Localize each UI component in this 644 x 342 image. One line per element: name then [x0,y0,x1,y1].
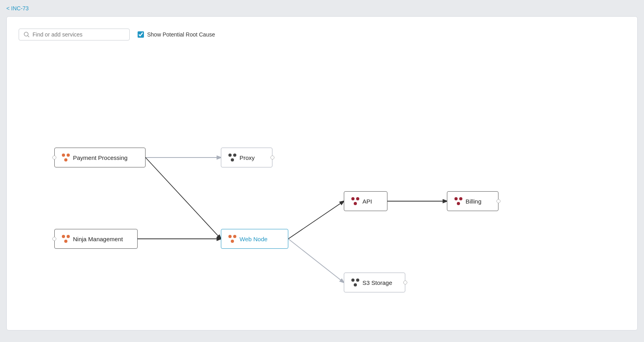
diagram-svg [19,56,625,314]
node-payment-processing[interactable]: Payment Processing [54,148,146,167]
search-box[interactable] [19,29,130,40]
service-icon [351,197,359,205]
connection-payment-processing-to-web-node [146,158,221,239]
search-icon [24,32,29,37]
node-label: API [362,198,372,205]
checkbox-group: Show Potential Root Cause [138,31,215,38]
back-link[interactable]: < INC-73 [6,5,29,12]
node-label: Billing [466,198,481,205]
node-proxy[interactable]: Proxy [221,148,272,167]
connector-dot-right [403,281,407,284]
main-panel: Show Potential Root Cause Payment Proces… [6,16,638,330]
connector-dot-right [496,199,500,203]
service-icon [62,235,70,243]
node-label: Ninja Management [73,236,123,242]
connection-web-node-to-s3-storage [288,239,344,282]
node-ninja-management[interactable]: Ninja Management [54,229,138,249]
connection-web-node-to-api [288,201,344,239]
node-label: Proxy [240,154,255,161]
node-web-node[interactable]: Web Node [221,229,288,249]
svg-line-1 [28,36,29,37]
service-icon [228,235,236,243]
search-input[interactable] [33,31,125,38]
connector-dot-left [52,237,56,241]
toolbar: Show Potential Root Cause [19,29,625,40]
diagram: Payment ProcessingProxyNinja ManagementW… [19,56,625,314]
checkbox-label: Show Potential Root Cause [147,31,215,38]
service-icon [351,279,359,286]
node-label: Web Node [240,236,268,242]
node-billing[interactable]: Billing [447,191,498,211]
node-api[interactable]: API [344,191,387,211]
service-icon [228,154,236,161]
node-label: S3 Storage [362,279,392,286]
node-label: Payment Processing [73,154,128,161]
service-icon [454,197,462,205]
node-s3-storage[interactable]: S3 Storage [344,273,405,292]
root-cause-checkbox[interactable] [138,31,144,38]
connector-dot-right [270,156,274,159]
connector-dot-left [52,156,56,159]
service-icon [62,154,70,161]
